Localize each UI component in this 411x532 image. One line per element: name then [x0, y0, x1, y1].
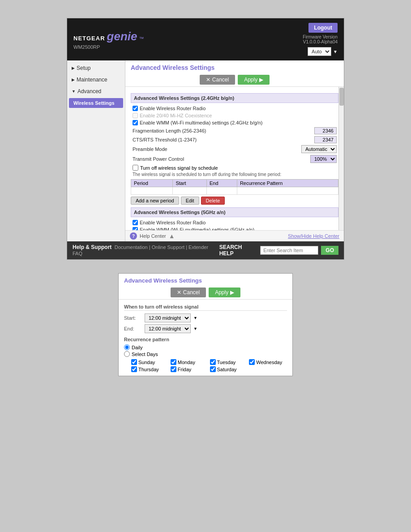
- enable-2040-row: Enable 20/40 Mi-HZ Coexistence: [131, 112, 338, 119]
- sidebar-maintenance-label: Maintenance: [77, 77, 107, 83]
- tx-power-select[interactable]: 100%: [310, 155, 337, 163]
- sidebar-item-maintenance[interactable]: ▶ Maintenance: [67, 74, 125, 86]
- content-area: Advanced Wireless Settings ✕ Cancel Appl…: [125, 60, 344, 241]
- enable-wmm-24-label: Enable WMM (Wi-Fi multimedia) settings (…: [140, 120, 262, 125]
- col-start: Start: [173, 180, 207, 187]
- cts-rts-row: CTS/RTS Threshold (1-2347) 2347: [131, 135, 338, 144]
- enable-wmm-5-label: Enable WMM (Wi-Fi multimedia) settings (…: [140, 227, 254, 230]
- schedule-note: The wireless signal is scheduled to turn…: [131, 172, 338, 177]
- help-center-label: Help Center: [140, 233, 166, 239]
- col-period: Period: [131, 180, 173, 187]
- frag-length-row: Fragmentation Length (256-2346) 2346: [131, 126, 338, 135]
- turn-off-schedule-checkbox[interactable]: [133, 165, 138, 171]
- thursday-label: Thursday: [138, 367, 159, 372]
- sidebar: ▶ Setup ▶ Maintenance ▼ Advanced Wireles…: [67, 60, 125, 241]
- frag-length-label: Fragmentation Length (256-2346): [133, 128, 206, 133]
- documentation-link[interactable]: Documentation: [115, 245, 148, 250]
- daily-radio[interactable]: [124, 344, 130, 350]
- tuesday-checkbox[interactable]: [210, 359, 216, 365]
- section-24ghz-header: Advanced Wireless Settings (2.4GHz b/g/n…: [131, 93, 338, 103]
- brand-netgear: NETGEAR: [73, 35, 105, 42]
- end-time-select[interactable]: 12:00 midnight 12:30 AM 1:00 AM: [145, 324, 191, 333]
- turn-off-schedule-label: Turn off wireless signal by schedule: [140, 165, 218, 171]
- preamble-select[interactable]: Automatic: [301, 145, 337, 153]
- maintenance-arrow-icon: ▶: [72, 77, 75, 82]
- delete-button[interactable]: Delete: [201, 197, 225, 205]
- enable-wireless-radio-5-checkbox[interactable]: [133, 220, 138, 225]
- saturday-checkbox[interactable]: [210, 366, 216, 372]
- end-label: End:: [124, 326, 142, 331]
- saturday-check: Saturday: [210, 366, 248, 372]
- daily-label: Daily: [132, 345, 142, 350]
- sidebar-item-advanced[interactable]: ▼ Advanced: [67, 86, 125, 97]
- logout-button[interactable]: Logout: [308, 23, 338, 33]
- edit-button[interactable]: Edit: [181, 197, 199, 205]
- thursday-check: Thursday: [131, 366, 169, 372]
- start-label: Start:: [124, 315, 142, 321]
- language-select[interactable]: Auto: [308, 47, 331, 56]
- tx-power-label: Transmit Power Control: [133, 156, 184, 162]
- schedule-apply-button[interactable]: Apply ▶: [209, 287, 240, 297]
- enable-wireless-radio-row: Enable Wireless Router Radio: [131, 105, 338, 112]
- enable-wmm-5-row: Enable WMM (Wi-Fi multimedia) settings (…: [131, 226, 338, 230]
- footer: Help & Support Documentation | Online Su…: [67, 241, 344, 259]
- schedule-popup-title: Advanced Wireless Settings: [119, 274, 292, 286]
- add-period-button[interactable]: Add a new period: [131, 197, 179, 205]
- brand-tm: ™: [139, 36, 144, 41]
- schedule-actions: Add a new period Edit Delete: [131, 197, 338, 205]
- sidebar-item-wireless-settings[interactable]: Wireless Settings: [69, 98, 123, 108]
- help-center-bar: ? Help Center ▲ Show/Hide Help Center: [125, 230, 344, 241]
- scrollbar-track[interactable]: [338, 87, 344, 230]
- setup-arrow-icon: ▶: [72, 66, 75, 70]
- auto-select-row: Auto ▼: [308, 47, 338, 56]
- schedule-apply-arrow-icon: ▶: [230, 289, 234, 296]
- apply-button[interactable]: Apply ▶: [238, 75, 270, 85]
- enable-wmm-5-checkbox[interactable]: [133, 227, 138, 230]
- sidebar-item-setup[interactable]: ▶ Setup: [67, 62, 125, 74]
- wednesday-checkbox[interactable]: [249, 359, 255, 365]
- recurrence-title: Recurrence pattern: [124, 337, 287, 342]
- show-hide-link[interactable]: Show/Hide Help Center: [288, 233, 339, 239]
- help-triangle-icon: ▲: [169, 232, 175, 240]
- enable-wireless-radio-checkbox[interactable]: [133, 106, 138, 111]
- friday-label: Friday: [178, 367, 192, 372]
- wednesday-check: Wednesday: [249, 359, 287, 365]
- preamble-label: Preamble Mode: [133, 146, 167, 152]
- enable-wmm-24-checkbox[interactable]: [133, 120, 138, 125]
- col-end: End: [206, 180, 237, 187]
- sunday-checkbox[interactable]: [131, 359, 137, 365]
- select-days-radio[interactable]: [124, 351, 130, 357]
- help-support-label: Help & Support: [73, 244, 111, 250]
- wednesday-label: Wednesday: [256, 360, 282, 365]
- online-support-link[interactable]: Online Support: [152, 245, 184, 250]
- sunday-label: Sunday: [138, 360, 155, 365]
- footer-left: Help & Support Documentation | Online Su…: [73, 244, 219, 257]
- go-button[interactable]: GO: [321, 246, 338, 255]
- cancel-button[interactable]: ✕ Cancel: [200, 75, 235, 85]
- sidebar-setup-label: Setup: [77, 65, 90, 71]
- enable-wireless-radio-5-label: Enable Wireless Router Radio: [140, 220, 206, 225]
- header: NETGEAR genie™ WM2500RP Logout Firmware …: [67, 18, 344, 60]
- brand: NETGEAR genie™: [73, 30, 144, 43]
- scrollbar-thumb[interactable]: [339, 88, 344, 106]
- monday-check: Monday: [171, 359, 209, 365]
- help-icon: ?: [130, 232, 137, 240]
- start-time-select[interactable]: 12:00 midnight 12:30 AM 1:00 AM: [145, 313, 191, 322]
- settings-scroll[interactable]: Advanced Wireless Settings (2.4GHz b/g/n…: [125, 87, 344, 230]
- daily-radio-row: Daily: [124, 344, 287, 351]
- enable-2040-checkbox[interactable]: [133, 113, 138, 118]
- sunday-check: Sunday: [131, 359, 169, 365]
- schedule-cancel-button[interactable]: ✕ Cancel: [171, 287, 206, 297]
- frag-length-value: 2346: [314, 127, 337, 134]
- start-time-row: Start: 12:00 midnight 12:30 AM 1:00 AM ▼: [124, 313, 287, 323]
- section-5ghz-header: Advanced Wireless Settings (5GHz a/n): [131, 207, 338, 217]
- main-layout: ▶ Setup ▶ Maintenance ▼ Advanced Wireles…: [67, 60, 344, 241]
- dropdown-arrow-icon: ▼: [333, 49, 338, 54]
- search-input[interactable]: [260, 246, 318, 255]
- cancel-x-icon: ✕: [206, 77, 210, 83]
- cts-rts-value: 2347: [314, 136, 337, 143]
- monday-checkbox[interactable]: [171, 359, 176, 365]
- friday-checkbox[interactable]: [171, 366, 176, 372]
- enable-wmm-24-row: Enable WMM (Wi-Fi multimedia) settings (…: [131, 119, 338, 126]
- thursday-checkbox[interactable]: [131, 366, 137, 372]
